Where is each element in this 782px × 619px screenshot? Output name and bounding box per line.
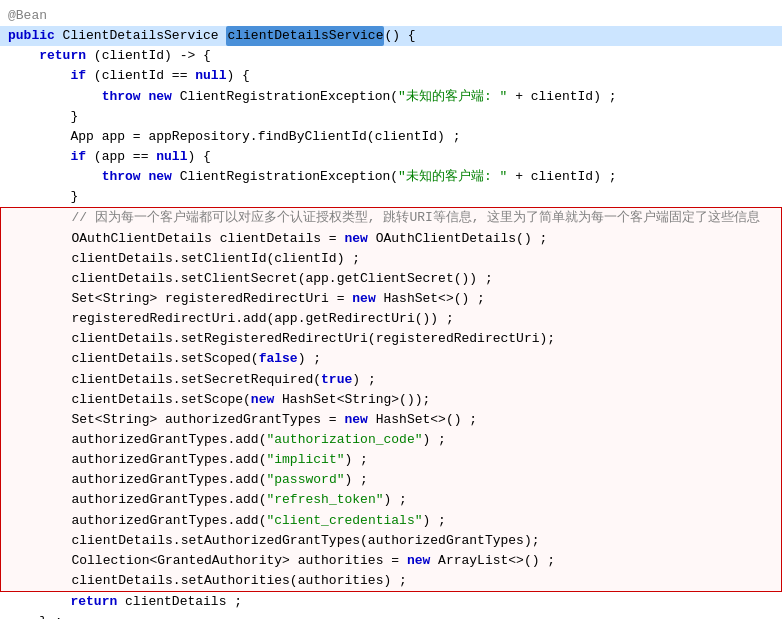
annotation-bean: @Bean — [8, 6, 47, 26]
indent-24 — [9, 470, 71, 490]
indent-7 — [8, 127, 70, 147]
indent-15 — [9, 289, 71, 309]
add-client-credentials-suffix: ) ; — [423, 511, 446, 531]
add-auth-code-prefix: authorizedGrantTypes.add( — [71, 430, 266, 450]
comment-oauth-info: // 因为每一个客户端都可以对应多个认证授权类型, 跳转URI等信息, 这里为了… — [71, 208, 760, 228]
code-line-23: authorizedGrantTypes.add("implicit") ; — [0, 450, 782, 470]
indent-5 — [8, 87, 102, 107]
string-implicit: "implicit" — [266, 450, 344, 470]
set-authorized-grant-types: clientDetails.setAuthorizedGrantTypes(au… — [71, 531, 539, 551]
keyword-if-2: if — [70, 147, 86, 167]
code-line-6: } — [0, 107, 782, 127]
keyword-throw-2: throw — [102, 167, 141, 187]
indent-21 — [9, 410, 71, 430]
code-line-30: return clientDetails ; — [0, 592, 782, 612]
add-implicit-prefix: authorizedGrantTypes.add( — [71, 450, 266, 470]
code-line-13: clientDetails.setClientId(clientId) ; — [0, 249, 782, 269]
code-line-18: clientDetails.setScoped(false) ; — [0, 349, 782, 369]
indent-4 — [8, 66, 70, 86]
add-password-suffix: ) ; — [344, 470, 367, 490]
if-null-1: (clientId == — [86, 66, 195, 86]
set-client-secret: clientDetails.setClientSecret(app.getCli… — [71, 269, 492, 289]
keyword-public: public — [8, 26, 63, 46]
indent-8 — [8, 147, 70, 167]
set-scope-prefix: clientDetails.setScope( — [71, 390, 250, 410]
set-authorities: clientDetails.setAuthorities(authorities… — [71, 571, 406, 591]
code-line-28: Collection<GrantedAuthority> authorities… — [0, 551, 782, 571]
indent-16 — [9, 309, 71, 329]
set-client-id: clientDetails.setClientId(clientId) ; — [71, 249, 360, 269]
indent-26 — [9, 511, 71, 531]
grant-types-hashset: HashSet<>() ; — [368, 410, 477, 430]
set-redirect-uri-init: Set<String> registeredRedirectUri = — [71, 289, 352, 309]
indent-18 — [9, 349, 71, 369]
keyword-new-5: new — [251, 390, 274, 410]
indent-29 — [9, 571, 71, 591]
indent-27 — [9, 531, 71, 551]
close-lambda: } ; — [8, 612, 63, 619]
indent-9 — [8, 167, 102, 187]
indent-25 — [9, 490, 71, 510]
oauth-details-init: OAuthClientDetails clientDetails = — [71, 229, 344, 249]
set-scoped-prefix: clientDetails.setScoped( — [71, 349, 258, 369]
code-line-8: if (app == null) { — [0, 147, 782, 167]
paren-open: () { — [384, 26, 415, 46]
code-line-21: Set<String> authorizedGrantTypes = new H… — [0, 410, 782, 430]
code-line-5: throw new ClientRegistrationException("未… — [0, 87, 782, 107]
add-redirect-uri: registeredRedirectUri.add(app.getRedirec… — [71, 309, 453, 329]
code-line-25: authorizedGrantTypes.add("refresh_token"… — [0, 490, 782, 510]
code-line-22: authorizedGrantTypes.add("authorization_… — [0, 430, 782, 450]
if-brace-1: ) { — [226, 66, 249, 86]
keyword-new-4: new — [352, 289, 375, 309]
string-unknown-client-2: "未知的客户端: " — [398, 167, 507, 187]
code-line-10: } — [0, 187, 782, 207]
return-lambda: (clientId) -> { — [86, 46, 211, 66]
code-line-19: clientDetails.setSecretRequired(true) ; — [0, 370, 782, 390]
set-scope-hashset: HashSet<String>()); — [274, 390, 430, 410]
code-line-3: return (clientId) -> { — [0, 46, 782, 66]
code-line-9: throw new ClientRegistrationException("未… — [0, 167, 782, 187]
collection-authorities-arraylist: ArrayList<>() ; — [430, 551, 555, 571]
keyword-throw-1: throw — [102, 87, 141, 107]
code-line-2: public ClientDetailsService clientDetail… — [0, 26, 782, 46]
indent-23 — [9, 450, 71, 470]
add-refresh-token-suffix: ) ; — [384, 490, 407, 510]
indent-10: } — [8, 187, 78, 207]
throw-new-1 — [141, 87, 149, 107]
indent-6: } — [8, 107, 78, 127]
code-editor: @Bean public ClientDetailsService client… — [0, 0, 782, 619]
add-implicit-suffix: ) ; — [344, 450, 367, 470]
throw-new-2 — [141, 167, 149, 187]
set-scoped-suffix: ) ; — [298, 349, 321, 369]
code-line-4: if (clientId == null) { — [0, 66, 782, 86]
exception-class-1: ClientRegistrationException( — [172, 87, 398, 107]
indent-28 — [9, 551, 71, 571]
add-client-credentials-prefix: authorizedGrantTypes.add( — [71, 511, 266, 531]
string-refresh-token: "refresh_token" — [266, 490, 383, 510]
code-line-14: clientDetails.setClientSecret(app.getCli… — [0, 269, 782, 289]
add-refresh-token-prefix: authorizedGrantTypes.add( — [71, 490, 266, 510]
return-client-details: clientDetails ; — [117, 592, 242, 612]
grant-types-init: Set<String> authorizedGrantTypes = — [71, 410, 344, 430]
type-clientdetailsservice: ClientDetailsService — [63, 26, 227, 46]
code-line-26: authorizedGrantTypes.add("client_credent… — [0, 511, 782, 531]
string-password: "password" — [266, 470, 344, 490]
collection-authorities-prefix: Collection<GrantedAuthority> authorities… — [71, 551, 406, 571]
indent-19 — [9, 370, 71, 390]
add-auth-code-suffix: ) ; — [423, 430, 446, 450]
code-line-11: // 因为每一个客户端都可以对应多个认证授权类型, 跳转URI等信息, 这里为了… — [0, 207, 782, 228]
string-client-credentials: "client_credentials" — [266, 511, 422, 531]
code-line-1: @Bean — [0, 6, 782, 26]
indent-12 — [9, 229, 71, 249]
code-line-27: clientDetails.setAuthorizedGrantTypes(au… — [0, 531, 782, 551]
set-registered-redirect: clientDetails.setRegisteredRedirectUri(r… — [71, 329, 555, 349]
keyword-new-6: new — [344, 410, 367, 430]
indent-30 — [8, 592, 70, 612]
string-unknown-client-1: "未知的客户端: " — [398, 87, 507, 107]
concat-2: + clientId) ; — [507, 167, 616, 187]
keyword-new-3: new — [344, 229, 367, 249]
keyword-new-2: new — [148, 167, 171, 187]
add-password-prefix: authorizedGrantTypes.add( — [71, 470, 266, 490]
exception-class-2: ClientRegistrationException( — [172, 167, 398, 187]
if-brace-2: ) { — [187, 147, 210, 167]
